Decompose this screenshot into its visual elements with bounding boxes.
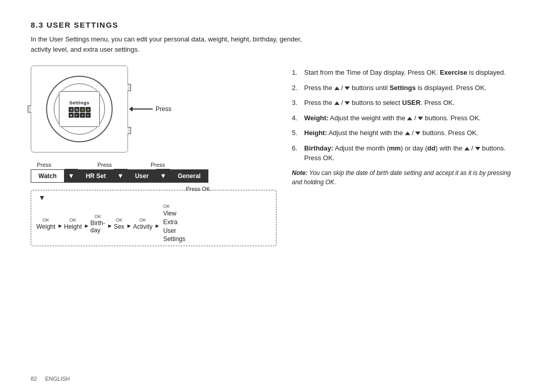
- step-1: 1. Start from the Time of Day display. P…: [292, 68, 522, 78]
- watch-icon-4: ★: [86, 107, 91, 112]
- sub-item-weight: OK Weight: [36, 217, 55, 230]
- press-label: Press: [156, 105, 172, 113]
- sub-label-activity: Activity: [133, 223, 153, 230]
- sub-item-activity: OK Activity: [133, 217, 153, 230]
- view-extra-ok: OK: [163, 204, 170, 209]
- sub-item-height: OK Height: [64, 217, 82, 230]
- step-num-5: 5.: [292, 128, 301, 138]
- watch-outer: Settings ⚙ ♟ ⚡ ★ ◆ ♦ ✦ ●: [46, 76, 113, 142]
- sub-label-weight: Weight: [36, 223, 55, 230]
- sub-ok-weight: OK: [42, 217, 49, 223]
- nav-arrow-2: ▼: [114, 169, 127, 183]
- sub-ok-sex: OK: [116, 217, 122, 223]
- watch-icon-6: ♦: [74, 113, 79, 118]
- sub-flow: OK Weight ► OK Height ► OK Birth-day: [36, 202, 271, 244]
- instructions-list: 1. Start from the Time of Day display. P…: [292, 68, 522, 163]
- press-label-1: Press: [37, 162, 51, 168]
- sub-arrow-5: ►: [155, 219, 160, 229]
- press-labels-row: Press Press Press: [31, 162, 276, 168]
- sub-arrow-1: ►: [57, 219, 63, 229]
- step-text-1: Start from the Time of Day display. Pres…: [304, 68, 506, 78]
- nav-btn-general[interactable]: General: [170, 169, 208, 183]
- view-extra-block: OK ViewExtraUserSettings: [163, 204, 185, 244]
- step-2: 2. Press the / buttons until Settings is…: [292, 83, 522, 93]
- watch-box: Settings ⚙ ♟ ⚡ ★ ◆ ♦ ✦ ●: [31, 66, 128, 153]
- watch-icon-grid: ⚙ ♟ ⚡ ★ ◆ ♦ ✦ ●: [69, 107, 91, 118]
- step-text-2: Press the / buttons until Settings is di…: [304, 83, 486, 93]
- down-arrow-wrap: ▼: [36, 193, 271, 202]
- nav-btn-hrset[interactable]: HR Set: [78, 169, 113, 183]
- step-num-3: 3.: [292, 98, 301, 108]
- watch-icon-3: ⚡: [80, 107, 85, 112]
- sub-ok-birthday: OK: [94, 214, 101, 219]
- step-text-4: Weight: Adjust the weight with the / but…: [304, 113, 481, 123]
- nav-section: Press Press Press Watch ▼ HR Set ▼ User …: [31, 162, 276, 183]
- left-panel: Settings ⚙ ♟ ⚡ ★ ◆ ♦ ✦ ●: [31, 66, 276, 246]
- step-text-5: Height: Adjust the height with the / but…: [304, 128, 478, 138]
- watch-icon-7: ✦: [80, 113, 85, 118]
- watch-icon-8: ●: [86, 113, 91, 118]
- step-num-4: 4.: [292, 113, 301, 123]
- note-text: Note: You can skip the date of birth dat…: [292, 168, 522, 187]
- dashed-flow: ▼ OK Weight ► OK Height ►: [31, 190, 276, 246]
- view-extra-text: ViewExtraUserSettings: [163, 209, 185, 244]
- step-num-1: 1.: [292, 68, 301, 78]
- watch-screen-title: Settings: [69, 100, 90, 105]
- sub-arrow-2: ►: [84, 219, 90, 229]
- footer-lang: ENGLISH: [45, 376, 70, 382]
- step-6: 6. Birthday: Adjust the month (mm) or da…: [292, 143, 522, 163]
- sub-ok-height: OK: [70, 217, 76, 223]
- sub-item-birthday: OK Birth-day: [91, 214, 105, 234]
- nav-arrow-1: ▼: [65, 169, 78, 183]
- dashed-section: Press OK ▼ OK Weight ► OK Height: [31, 190, 276, 246]
- sub-item-sex: OK Sex: [114, 217, 124, 230]
- nav-btn-user[interactable]: User: [127, 169, 157, 183]
- step-text-3: Press the / buttons to select USER. Pres…: [304, 98, 455, 108]
- right-panel: 1. Start from the Time of Day display. P…: [292, 66, 522, 187]
- watch-icon-5: ◆: [69, 113, 74, 118]
- arrow-line: [132, 108, 153, 110]
- sub-arrow-3: ►: [107, 219, 113, 229]
- step-3: 3. Press the / buttons to select USER. P…: [292, 98, 522, 108]
- watch-button-top: [127, 84, 131, 91]
- nav-arrow-3: ▼: [156, 169, 170, 183]
- footer-page-num: 82: [31, 376, 37, 382]
- step-num-2: 2.: [292, 83, 301, 93]
- dashed-flow-wrapper: Press OK ▼ OK Weight ► OK Height: [31, 190, 276, 246]
- watch-inner: Settings ⚙ ♟ ⚡ ★ ◆ ♦ ✦ ●: [54, 83, 105, 135]
- sub-label-sex: Sex: [114, 223, 124, 230]
- press-label-3: Press: [151, 162, 165, 168]
- sub-arrow-4: ►: [126, 219, 132, 229]
- main-content: Settings ⚙ ♟ ⚡ ★ ◆ ♦ ✦ ●: [31, 66, 522, 246]
- watch-button-left: [28, 105, 31, 113]
- nav-row: Watch ▼ HR Set ▼ User ▼ General: [31, 169, 276, 183]
- sub-label-height: Height: [64, 223, 82, 230]
- watch-diagram-area: Settings ⚙ ♟ ⚡ ★ ◆ ♦ ✦ ●: [31, 66, 276, 153]
- step-4: 4. Weight: Adjust the weight with the / …: [292, 113, 522, 123]
- step-text-6: Birthday: Adjust the month (mm) or day (…: [304, 143, 522, 163]
- press-label-2: Press: [97, 162, 112, 168]
- press-arrow-area: Press: [132, 105, 172, 113]
- section-title: 8.3 USER SETTINGS: [31, 20, 522, 29]
- nav-btn-watch[interactable]: Watch: [31, 169, 65, 183]
- watch-icon-1: ⚙: [69, 107, 74, 112]
- down-arrow-icon: ▼: [38, 193, 46, 202]
- watch-screen: Settings ⚙ ♟ ⚡ ★ ◆ ♦ ✦ ●: [59, 91, 100, 127]
- sub-ok-activity: OK: [139, 217, 146, 223]
- step-num-6: 6.: [292, 143, 301, 163]
- footer: 82 ENGLISH: [31, 376, 70, 382]
- intro-text: In the User Settings menu, you can edit …: [31, 34, 317, 54]
- watch-button-bottom: [127, 127, 131, 134]
- watch-icon-2: ♟: [74, 107, 79, 112]
- step-5: 5. Height: Adjust the height with the / …: [292, 128, 522, 138]
- sub-label-birthday: Birth-day: [91, 220, 105, 234]
